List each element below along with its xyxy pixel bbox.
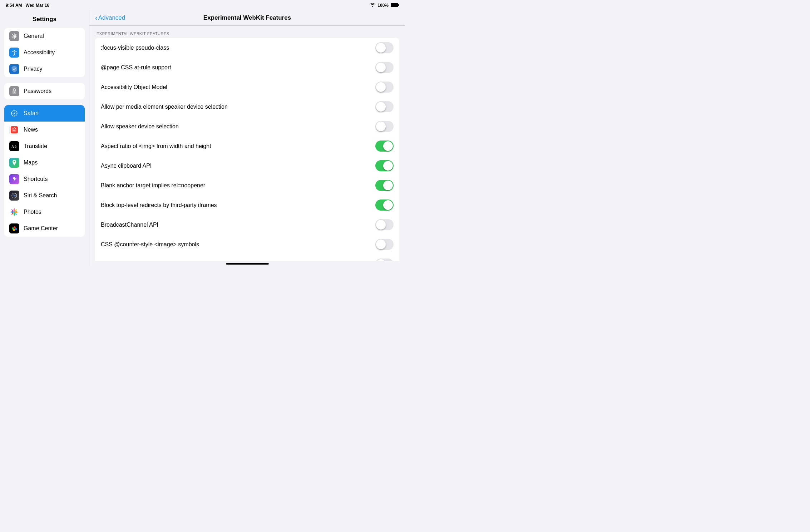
general-label: General [24, 33, 44, 39]
sidebar-item-safari[interactable]: Safari [4, 105, 85, 122]
feature-label: Allow per media element speaker device s… [101, 104, 375, 110]
content-title-wrapper: Experimental WebKit Features [89, 14, 405, 21]
feature-toggle[interactable] [375, 258, 394, 261]
svg-text:文: 文 [14, 145, 17, 148]
settings-group-1: General Accessibility [4, 28, 85, 77]
feature-toggle[interactable] [375, 121, 394, 132]
settings-group-2: Passwords [4, 83, 85, 99]
toggle-knob [376, 220, 386, 230]
sidebar-item-privacy[interactable]: Privacy [4, 61, 85, 77]
feature-label: CSS @counter-style [101, 261, 375, 261]
feature-row: @page CSS at-rule support [95, 58, 399, 77]
feature-label: Block top-level redirects by third-party… [101, 202, 375, 208]
battery-percentage: 100% [377, 3, 389, 8]
svg-point-2 [14, 35, 15, 37]
feature-toggle[interactable] [375, 101, 394, 112]
sidebar-item-siri[interactable]: Siri & Search [4, 187, 85, 204]
feature-label: Aspect ratio of <img> from width and hei… [101, 143, 375, 149]
wifi-icon [370, 3, 375, 8]
status-bar-right: 100% [370, 3, 399, 8]
feature-row: BroadcastChannel API [95, 215, 399, 235]
main-layout: Settings General [0, 10, 405, 266]
news-icon [9, 125, 19, 135]
sidebar-item-shortcuts[interactable]: Shortcuts [4, 171, 85, 187]
toggle-knob [376, 122, 386, 131]
siri-icon [9, 191, 19, 201]
toggle-knob [376, 102, 386, 112]
svg-rect-1 [398, 4, 399, 6]
feature-label: :focus-visible pseudo-class [101, 45, 375, 51]
toggle-knob [376, 43, 386, 53]
feature-row: Blank anchor target implies rel=noopener [95, 176, 399, 195]
toggle-knob [376, 259, 386, 261]
sidebar-item-photos[interactable]: Photos [4, 204, 85, 220]
feature-toggle[interactable] [375, 239, 394, 250]
feature-label: Blank anchor target implies rel=noopener [101, 182, 375, 189]
privacy-label: Privacy [24, 66, 42, 72]
svg-point-16 [15, 228, 17, 230]
sidebar-item-gamecenter[interactable]: Game Center [4, 220, 85, 237]
svg-point-12 [14, 161, 15, 162]
sidebar-item-accessibility[interactable]: Accessibility [4, 44, 85, 61]
photos-icon [9, 207, 19, 217]
accessibility-icon [9, 48, 19, 58]
photos-label: Photos [24, 209, 41, 215]
safari-icon [9, 108, 19, 118]
toggle-knob [383, 161, 393, 171]
maps-label: Maps [24, 159, 38, 166]
gamecenter-icon [9, 223, 19, 233]
home-indicator [226, 263, 269, 265]
safari-label: Safari [24, 110, 39, 117]
passwords-label: Passwords [24, 88, 51, 94]
content-header: ‹ Advanced Experimental WebKit Features [89, 10, 405, 26]
shortcuts-icon [9, 174, 19, 184]
feature-toggle[interactable] [375, 82, 394, 93]
feature-row: Accessibility Object Model [95, 77, 399, 97]
battery-icon [391, 3, 399, 8]
feature-label: BroadcastChannel API [101, 222, 375, 228]
back-button[interactable]: ‹ Advanced [95, 14, 125, 22]
passwords-icon [9, 86, 19, 96]
toggle-knob [383, 200, 393, 210]
sidebar-item-maps[interactable]: Maps [4, 154, 85, 171]
toggle-knob [376, 82, 386, 92]
content-title: Experimental WebKit Features [203, 14, 291, 21]
maps-icon [9, 158, 19, 168]
svg-rect-9 [12, 129, 16, 132]
feature-toggle[interactable] [375, 42, 394, 53]
translate-icon: A 文 [9, 141, 19, 151]
sidebar-item-news[interactable]: News [4, 122, 85, 138]
settings-group-3: Safari News A [4, 105, 85, 237]
back-label: Advanced [98, 14, 125, 21]
news-label: News [24, 127, 38, 133]
svg-point-17 [13, 229, 15, 231]
feature-row: Async clipboard API [95, 156, 399, 176]
sidebar-item-passwords[interactable]: Passwords [4, 83, 85, 99]
privacy-icon [9, 64, 19, 74]
feature-toggle[interactable] [375, 219, 394, 230]
svg-point-15 [14, 226, 16, 228]
feature-toggle[interactable] [375, 141, 394, 152]
status-bar: 9:54 AM Wed Mar 16 100% [0, 0, 405, 10]
feature-toggle[interactable] [375, 200, 394, 211]
feature-toggle[interactable] [375, 62, 394, 73]
svg-text:A: A [11, 144, 14, 148]
sidebar-item-general[interactable]: General [4, 28, 85, 44]
svg-point-4 [14, 50, 15, 51]
feature-toggle[interactable] [375, 160, 394, 171]
status-bar-left: 9:54 AM Wed Mar 16 [6, 3, 49, 8]
siri-label: Siri & Search [24, 192, 57, 199]
feature-label: Accessibility Object Model [101, 84, 375, 90]
feature-row: Allow speaker device selection [95, 117, 399, 136]
svg-rect-0 [391, 3, 398, 7]
section-header: EXPERIMENTAL WEBKIT FEATURES [95, 31, 399, 38]
toggle-knob [376, 240, 386, 249]
sidebar-item-translate[interactable]: A 文 Translate [4, 138, 85, 154]
date: Wed Mar 16 [26, 3, 49, 8]
accessibility-label: Accessibility [24, 49, 55, 56]
toggle-knob [383, 181, 393, 190]
features-list: :focus-visible pseudo-class@page CSS at-… [95, 38, 399, 261]
toggle-knob [383, 141, 393, 151]
feature-toggle[interactable] [375, 180, 394, 191]
translate-label: Translate [24, 143, 47, 149]
